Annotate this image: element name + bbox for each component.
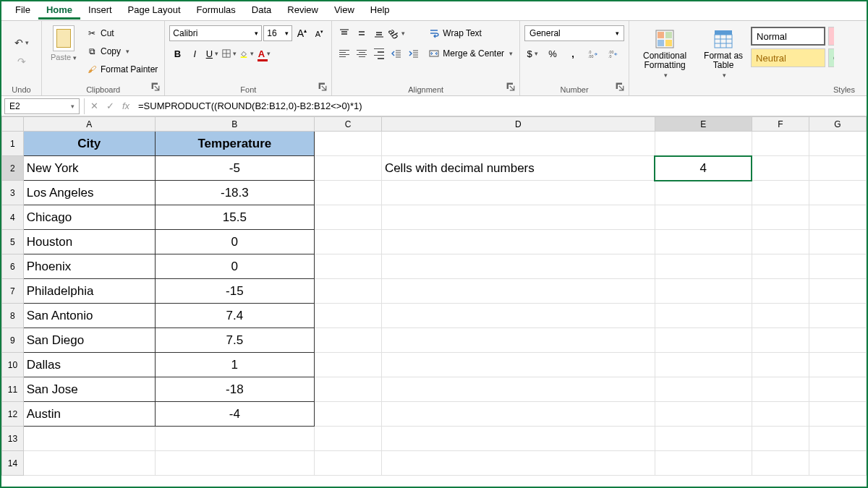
align-left-button[interactable]: [336, 46, 352, 61]
row-header-3[interactable]: 3: [2, 181, 24, 205]
accounting-format-button[interactable]: $: [524, 46, 540, 61]
italic-button[interactable]: I: [187, 46, 203, 61]
cell-B14[interactable]: [155, 451, 314, 476]
cell-E14[interactable]: [655, 451, 752, 476]
cell-D5[interactable]: [381, 230, 655, 254]
align-top-button[interactable]: [336, 25, 352, 41]
cell-B11[interactable]: -18: [155, 377, 314, 402]
cell-G13[interactable]: [809, 427, 866, 451]
tab-file[interactable]: File: [7, 2, 38, 20]
cell-C11[interactable]: [315, 377, 382, 402]
cell-A13[interactable]: [23, 427, 155, 451]
font-color-button[interactable]: A: [256, 46, 272, 61]
align-bottom-button[interactable]: [371, 25, 387, 41]
style-good[interactable]: G: [828, 48, 834, 67]
insert-function-button[interactable]: fx: [118, 98, 134, 114]
row-header-5[interactable]: 5: [2, 230, 24, 254]
cell-B3[interactable]: -18.3: [155, 181, 314, 205]
row-header-9[interactable]: 9: [2, 328, 24, 353]
format-painter-button[interactable]: 🖌Format Painter: [84, 61, 160, 77]
cell-E7[interactable]: [655, 279, 752, 304]
cell-B4[interactable]: 15.5: [155, 205, 314, 230]
row-header-8[interactable]: 8: [2, 304, 24, 328]
tab-help[interactable]: Help: [362, 2, 398, 20]
col-header-A[interactable]: A: [23, 117, 155, 132]
cell-A12[interactable]: Austin: [23, 402, 155, 427]
spreadsheet-grid[interactable]: ABCDEFG1CityTemperature2New York-5Cells …: [1, 116, 867, 488]
cut-button[interactable]: ✂Cut: [84, 25, 160, 41]
redo-button[interactable]: ↷: [9, 55, 34, 68]
cancel-formula-button[interactable]: ✕: [86, 98, 102, 114]
cell-F5[interactable]: [752, 230, 809, 254]
cell-G2[interactable]: [809, 156, 866, 181]
cell-C10[interactable]: [315, 353, 382, 377]
cell-G6[interactable]: [809, 254, 866, 279]
style-neutral[interactable]: Neutral: [751, 48, 825, 67]
cell-B6[interactable]: 0: [155, 254, 314, 279]
cell-F12[interactable]: [752, 402, 809, 427]
cell-G9[interactable]: [809, 328, 866, 353]
row-header-7[interactable]: 7: [2, 279, 24, 304]
cell-D12[interactable]: [381, 402, 655, 427]
bold-button[interactable]: B: [169, 46, 185, 61]
cell-A14[interactable]: [23, 451, 155, 476]
row-header-11[interactable]: 11: [2, 377, 24, 402]
col-header-C[interactable]: C: [315, 117, 382, 132]
tab-data[interactable]: Data: [244, 2, 279, 20]
cell-D8[interactable]: [381, 304, 655, 328]
number-dialog-launcher[interactable]: [616, 82, 626, 93]
cell-D11[interactable]: [381, 377, 655, 402]
cell-G4[interactable]: [809, 205, 866, 230]
conditional-formatting-button[interactable]: Conditional Formatting: [634, 25, 696, 83]
cell-E2[interactable]: 4: [655, 156, 752, 181]
cell-G10[interactable]: [809, 353, 866, 377]
merge-center-button[interactable]: Merge & Center: [426, 46, 515, 61]
cell-D1[interactable]: [381, 132, 655, 156]
cell-A2[interactable]: New York: [23, 156, 155, 181]
tab-formulas[interactable]: Formulas: [189, 2, 244, 20]
cell-F9[interactable]: [752, 328, 809, 353]
cell-E6[interactable]: [655, 254, 752, 279]
row-header-2[interactable]: 2: [2, 156, 24, 181]
cell-C1[interactable]: [315, 132, 382, 156]
cell-A5[interactable]: Houston: [23, 230, 155, 254]
cell-B7[interactable]: -15: [155, 279, 314, 304]
cell-D9[interactable]: [381, 328, 655, 353]
cell-B5[interactable]: 0: [155, 230, 314, 254]
decrease-decimal-button[interactable]: .00.0: [605, 46, 621, 61]
cell-D2[interactable]: Cells with decimal numbers: [381, 156, 655, 181]
enter-formula-button[interactable]: ✓: [102, 98, 118, 114]
cell-A4[interactable]: Chicago: [23, 205, 155, 230]
cell-F8[interactable]: [752, 304, 809, 328]
cell-A3[interactable]: Los Angeles: [23, 181, 155, 205]
cell-E3[interactable]: [655, 181, 752, 205]
cell-A6[interactable]: Phoenix: [23, 254, 155, 279]
cell-E12[interactable]: [655, 402, 752, 427]
style-normal[interactable]: Normal: [751, 27, 825, 46]
col-header-G[interactable]: G: [809, 117, 866, 132]
decrease-indent-button[interactable]: [388, 46, 404, 61]
cell-G5[interactable]: [809, 230, 866, 254]
cell-F10[interactable]: [752, 353, 809, 377]
col-header-F[interactable]: F: [752, 117, 809, 132]
fill-color-button[interactable]: [239, 46, 255, 61]
cell-C3[interactable]: [315, 181, 382, 205]
cell-C7[interactable]: [315, 279, 382, 304]
cell-E8[interactable]: [655, 304, 752, 328]
align-right-button[interactable]: [371, 46, 387, 61]
cell-B13[interactable]: [155, 427, 314, 451]
paste-button[interactable]: Paste: [51, 53, 77, 61]
cell-F1[interactable]: [752, 132, 809, 156]
align-middle-button[interactable]: [354, 25, 370, 41]
cell-A8[interactable]: San Antonio: [23, 304, 155, 328]
cell-B8[interactable]: 7.4: [155, 304, 314, 328]
cell-B10[interactable]: 1: [155, 353, 314, 377]
clipboard-dialog-launcher[interactable]: [151, 82, 161, 93]
cell-A10[interactable]: Dallas: [23, 353, 155, 377]
align-center-button[interactable]: [354, 46, 370, 61]
tab-page-layout[interactable]: Page Layout: [120, 2, 189, 20]
paste-icon[interactable]: [53, 25, 75, 51]
cell-D10[interactable]: [381, 353, 655, 377]
cell-A7[interactable]: Philadelphia: [23, 279, 155, 304]
cell-C2[interactable]: [315, 156, 382, 181]
